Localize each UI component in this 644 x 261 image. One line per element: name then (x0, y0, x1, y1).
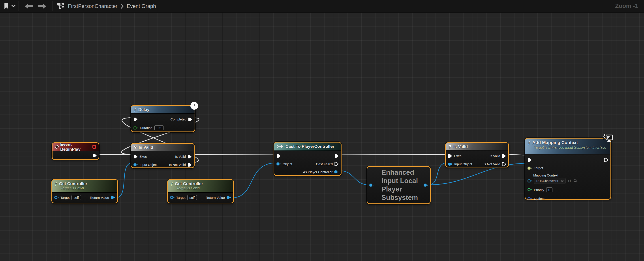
client-only-monitor-icon (602, 134, 614, 144)
event-binding-icon (92, 145, 96, 149)
wire-subsystem-to-isvalid2-input[interactable] (428, 162, 448, 185)
wire-layer (0, 12, 644, 261)
is-not-valid-exec-output-pin[interactable] (502, 162, 506, 166)
exec-output-pin[interactable] (334, 154, 339, 158)
return-value-pin[interactable] (111, 196, 115, 199)
pin-label: Exec (454, 154, 461, 158)
pin-label: Exec (140, 155, 147, 158)
priority-pin[interactable] (528, 188, 532, 191)
return-value-pin[interactable] (226, 196, 231, 199)
event-icon (54, 144, 59, 149)
pin-label: Target (534, 166, 543, 170)
input-object-pin[interactable] (134, 163, 138, 166)
question-icon: ? (448, 144, 452, 149)
node-title: Event BeginPlay (60, 143, 90, 151)
node-cast-to-playercontroller[interactable]: Cast To PlayerController Object Cast Fai… (274, 142, 342, 176)
exec-output-pin[interactable] (604, 158, 608, 162)
object-pin[interactable] (276, 162, 281, 166)
mapping-context-pin[interactable] (528, 179, 532, 182)
node-is-valid-2[interactable]: ? Is Valid Exec Is Valid (445, 142, 509, 168)
latent-clock-icon (190, 102, 198, 110)
subsystem-return-pin[interactable] (424, 184, 428, 187)
pin-label: Object (282, 162, 292, 166)
node-title: Cast To PlayerController (286, 144, 334, 149)
node-event-beginplay[interactable]: Event BeginPlay (52, 142, 99, 160)
pin-label: Target (60, 196, 70, 200)
node-title: Enhanced Input Local Player Subsystem (367, 168, 418, 202)
node-title: Add Mapping Context (532, 140, 578, 145)
target-pin[interactable] (54, 196, 59, 199)
back-arrow-icon[interactable] (24, 3, 33, 9)
target-pin[interactable] (528, 166, 532, 170)
pin-label: Return Value (206, 196, 225, 200)
pin-label: Cast Failed (316, 162, 333, 166)
function-icon: ƒ (170, 181, 173, 186)
duration-float-pin[interactable] (134, 126, 138, 130)
is-not-valid-exec-output-pin[interactable] (188, 163, 192, 167)
node-title: Is Valid (454, 144, 468, 149)
toolbar-separator (52, 1, 52, 11)
toolbar-separator (18, 1, 19, 11)
graph-icon (57, 2, 65, 10)
is-valid-exec-output-pin[interactable] (502, 154, 506, 158)
pin-label: As Player Controller (303, 170, 332, 174)
pin-label: Target (176, 196, 186, 200)
dropdown-chevron-icon (560, 180, 564, 182)
pin-label: Completed (170, 117, 186, 121)
target-pin[interactable] (170, 196, 174, 199)
pin-label: Return Value (90, 196, 109, 200)
breadcrumb-chevron-icon (121, 4, 124, 8)
browse-asset-icon[interactable] (574, 179, 577, 183)
wire-isvalid1-to-cast[interactable] (189, 154, 277, 155)
blueprint-editor: FirstPersonCharacter Event Graph Zoom -1 (0, 0, 644, 261)
node-enhanced-input-local-player-subsystem[interactable]: Enhanced Input Local Player Subsystem (367, 166, 431, 204)
breadcrumb: FirstPersonCharacter Event Graph (68, 3, 156, 9)
wire-cast-asplayercontroller-to-subsystem[interactable] (338, 170, 369, 185)
zoom-level-label: Zoom -1 (615, 3, 638, 10)
exec-input-pin[interactable] (134, 155, 138, 159)
forward-arrow-icon[interactable] (38, 3, 46, 9)
as-player-controller-pin[interactable] (334, 170, 339, 174)
exec-input-pin[interactable] (448, 154, 452, 158)
node-subtitle: Target is Pawn (61, 186, 115, 190)
exec-output-pin[interactable] (93, 154, 97, 158)
breadcrumb-root[interactable]: FirstPersonCharacter (68, 3, 118, 9)
pin-label: Duration (140, 126, 152, 130)
duration-value-input[interactable]: 0.2 (154, 125, 164, 130)
bookmark-icon[interactable] (4, 3, 9, 10)
wire-getcontroller2-to-cast-object[interactable] (231, 163, 277, 198)
reset-to-default-icon[interactable]: ↺ (568, 179, 572, 183)
function-icon: ƒ (134, 107, 136, 112)
mapping-context-dropdown[interactable]: RHKCharacterIr (534, 178, 566, 184)
event-graph-canvas[interactable]: Event BeginPlay ƒ Delay (0, 12, 644, 261)
node-delay[interactable]: ƒ Delay Completed (130, 105, 195, 132)
priority-value-input[interactable]: 0 (546, 187, 552, 192)
completed-exec-output-pin[interactable] (188, 117, 192, 121)
function-icon: ƒ (528, 140, 530, 145)
subsystem-input-pin[interactable] (369, 184, 374, 187)
options-pin[interactable] (528, 197, 532, 200)
node-get-controller-2[interactable]: ƒ Get Controller Target is Pawn Target s… (167, 179, 234, 204)
exec-input-pin[interactable] (528, 158, 532, 162)
wire-cast-to-isvalid2[interactable] (338, 154, 449, 155)
cast-icon (277, 145, 284, 148)
node-get-controller-1[interactable]: ƒ Get Controller Target is Pawn Target s… (52, 179, 118, 204)
pin-label: Is Valid (175, 155, 186, 158)
is-valid-exec-output-pin[interactable] (188, 155, 192, 159)
bookmark-dropdown-chevron-icon[interactable] (12, 5, 16, 8)
input-object-pin[interactable] (448, 162, 452, 166)
function-icon: ƒ (55, 181, 57, 186)
graph-toolbar: FirstPersonCharacter Event Graph Zoom -1 (0, 0, 644, 12)
cast-failed-exec-output-pin[interactable] (334, 162, 339, 166)
target-self-value[interactable]: self (187, 195, 197, 200)
node-is-valid-1[interactable]: ? Is Valid Exec Is Valid (130, 143, 194, 168)
node-subtitle: Target is Pawn (176, 186, 230, 190)
question-icon: ? (134, 145, 137, 150)
target-self-value[interactable]: self (72, 195, 81, 200)
node-title: Is Valid (139, 145, 153, 150)
breadcrumb-current[interactable]: Event Graph (127, 3, 156, 9)
pin-label: Is Valid (490, 154, 500, 158)
node-add-mapping-context[interactable]: ƒ Add Mapping Context Target is Enhanced… (525, 138, 611, 200)
exec-input-pin[interactable] (134, 117, 138, 121)
exec-input-pin[interactable] (276, 154, 281, 158)
